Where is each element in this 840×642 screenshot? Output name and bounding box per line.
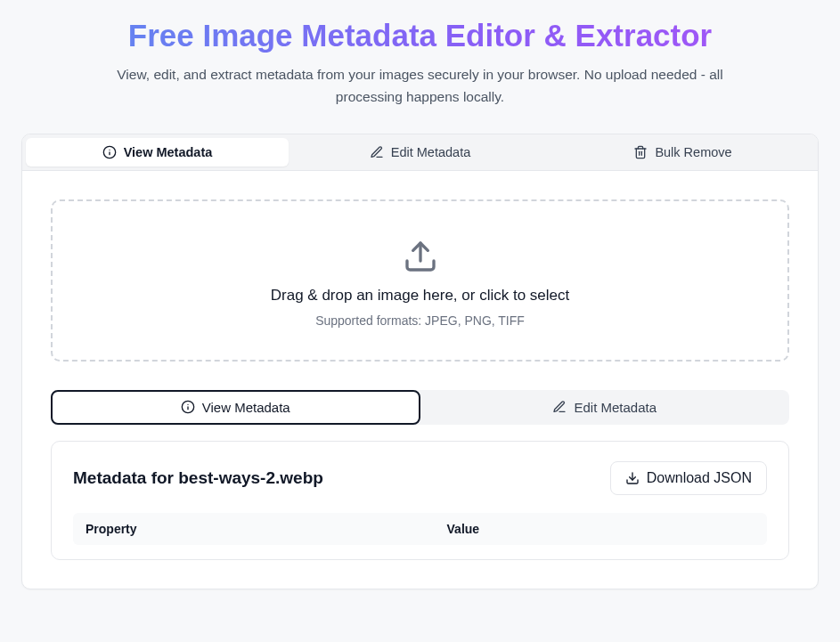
tabs-main: View Metadata Edit Metadata Bulk Remove: [22, 134, 818, 171]
dropzone-subtext: Supported formats: JPEG, PNG, TIFF: [70, 313, 770, 328]
tab-label: View Metadata: [124, 145, 213, 159]
tabs-secondary: View Metadata Edit Metadata: [51, 390, 789, 425]
dropzone-text: Drag & drop an image here, or click to s…: [70, 287, 770, 305]
upload-icon: [403, 239, 438, 274]
column-header-value: Value: [447, 522, 754, 536]
dropzone[interactable]: Drag & drop an image here, or click to s…: [51, 199, 789, 362]
page-title: Free Image Metadata Editor & Extractor: [21, 18, 819, 53]
tab-label: Edit Metadata: [391, 145, 470, 159]
trash-icon: [633, 145, 648, 159]
info-icon: [102, 145, 117, 159]
metadata-header: Metadata for best-ways-2.webp Download J…: [73, 461, 767, 495]
page-subtitle: View, edit, and extract metadata from yo…: [109, 64, 732, 109]
tab-label: Bulk Remove: [655, 145, 731, 159]
subtab-edit-metadata[interactable]: Edit Metadata: [420, 390, 790, 425]
info-icon: [181, 400, 195, 414]
column-header-property: Property: [86, 522, 447, 536]
tab-content: Drag & drop an image here, or click to s…: [22, 171, 818, 589]
metadata-table-header: Property Value: [73, 513, 767, 545]
page-header: Free Image Metadata Editor & Extractor V…: [21, 18, 819, 109]
subtab-label: View Metadata: [202, 400, 290, 415]
metadata-panel: Metadata for best-ways-2.webp Download J…: [51, 441, 789, 560]
tab-view-metadata[interactable]: View Metadata: [26, 138, 289, 167]
main-card: View Metadata Edit Metadata Bulk Remove …: [21, 134, 819, 589]
edit-icon: [552, 400, 567, 414]
download-icon: [625, 471, 640, 485]
download-label: Download JSON: [647, 470, 752, 486]
tab-edit-metadata[interactable]: Edit Metadata: [289, 138, 551, 167]
subtab-view-metadata[interactable]: View Metadata: [51, 390, 420, 425]
download-json-button[interactable]: Download JSON: [610, 461, 767, 495]
metadata-title: Metadata for best-ways-2.webp: [73, 468, 323, 488]
subtab-label: Edit Metadata: [574, 400, 657, 415]
edit-icon: [370, 145, 384, 159]
tab-bulk-remove[interactable]: Bulk Remove: [551, 138, 814, 167]
